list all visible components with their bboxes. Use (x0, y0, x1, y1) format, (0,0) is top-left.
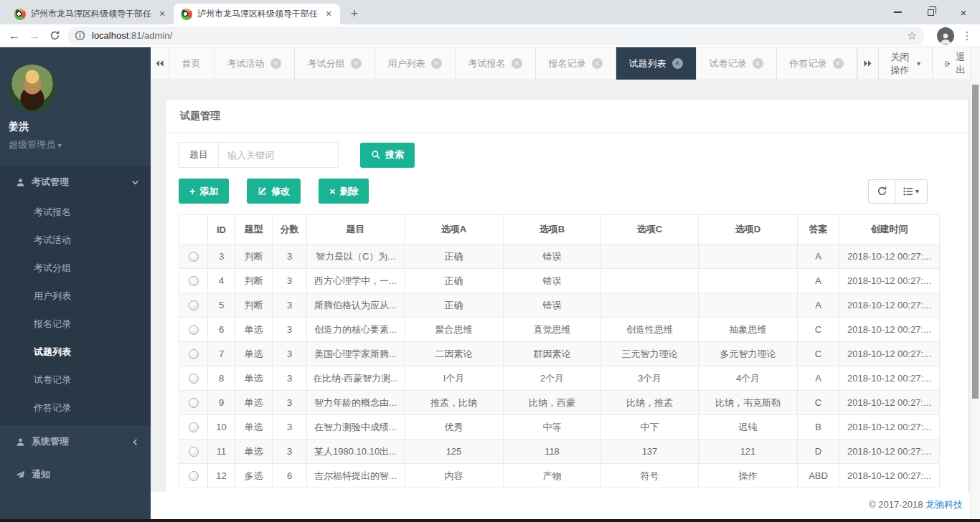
nav-tab-exam-signup[interactable]: 考试报名× (456, 47, 536, 80)
refresh-button[interactable] (868, 179, 895, 204)
table-cell: 3 (273, 269, 307, 293)
scrollbar-thumb[interactable] (972, 85, 979, 399)
forward-button[interactable]: → (24, 26, 44, 46)
sidebar-item-paper-records[interactable]: 试卷记录 (0, 366, 151, 394)
new-tab-button[interactable]: + (344, 4, 364, 24)
sidebar-item-signup-records[interactable]: 报名记录 (0, 310, 151, 338)
tab-close-icon[interactable]: × (156, 9, 168, 20)
sidebar-item-exam-group[interactable]: 考试分组 (0, 255, 151, 283)
close-window-button[interactable]: × (947, 0, 980, 24)
close-icon[interactable]: × (351, 58, 362, 69)
search-button[interactable]: 搜索 (360, 143, 415, 168)
table-cell: A (798, 269, 839, 293)
url-text[interactable]: localhost:81/admin/ (92, 30, 172, 41)
table-cell (601, 245, 699, 269)
table-cell: 斯腾伯格认为应从... (307, 293, 405, 318)
row-radio-button[interactable] (189, 300, 199, 310)
delete-button[interactable]: × 删除 (319, 179, 369, 204)
table-cell: 内容 (405, 464, 504, 488)
nav-tab-answer-records[interactable]: 作答记录× (777, 47, 857, 80)
company-link[interactable]: 龙驰科技 (925, 499, 963, 510)
row-radio-button[interactable] (189, 349, 199, 359)
search-input[interactable] (218, 142, 339, 168)
sidebar-item-exam-signup[interactable]: 考试报名 (0, 199, 151, 227)
sidebar-item-user-list[interactable]: 用户列表 (0, 283, 151, 310)
table-cell: 多元智力理论 (699, 342, 798, 366)
minimize-button[interactable] (881, 0, 914, 24)
add-button[interactable]: + 添加 (179, 179, 229, 204)
profile-icon[interactable] (937, 27, 954, 44)
close-icon[interactable]: × (431, 58, 442, 69)
close-icon[interactable]: × (672, 58, 683, 69)
user-avatar[interactable] (9, 65, 56, 112)
close-operations-dropdown[interactable]: 关闭操作▾ (878, 47, 932, 80)
edit-button[interactable]: 修改 (247, 179, 301, 204)
sidebar-item-question-list[interactable]: 试题列表 (0, 338, 151, 366)
sidebar-item-answer-records[interactable]: 作答记录 (0, 394, 151, 422)
table-cell: 3 (273, 318, 307, 342)
row-radio-button[interactable] (189, 447, 199, 457)
table-cell: 单选 (235, 440, 273, 464)
table-cell: 智力年龄的概念由... (307, 391, 405, 415)
table-cell: 三元智力理论 (601, 342, 699, 366)
reload-button[interactable] (44, 26, 65, 46)
row-radio-button[interactable] (189, 252, 199, 262)
sidebar-item-notifications[interactable]: 通知 (0, 458, 151, 491)
info-icon[interactable] (75, 30, 85, 41)
nav-tab-exam-activity[interactable]: 考试活动× (215, 47, 295, 80)
bookmark-star-icon[interactable]: ☆ (908, 29, 917, 42)
column-header: 创建时间 (839, 215, 940, 245)
sidebar-item-exam-management[interactable]: 考试管理 (0, 166, 151, 199)
nav-tab-home[interactable]: 首页 (169, 47, 215, 80)
row-radio-button[interactable] (189, 422, 199, 432)
row-radio-button[interactable] (189, 374, 199, 384)
close-icon[interactable]: × (512, 58, 522, 69)
table-cell: 聚合思维 (405, 318, 504, 342)
table-row: 8单选3在比纳-西蒙智力测...I个月2个月3个月4个月A2018-10-12 … (179, 366, 940, 391)
table-cell: 3 (273, 293, 307, 318)
browser-menu-icon[interactable]: ⋮ (960, 29, 974, 42)
tabs-scroll-left-button[interactable] (151, 47, 169, 80)
table-cell: 2018-10-12 00:27:... (839, 366, 940, 391)
row-radio-button[interactable] (189, 325, 199, 335)
row-radio-button[interactable] (189, 471, 199, 481)
row-radio-button[interactable] (189, 398, 199, 408)
user-role-dropdown[interactable]: 超级管理员 ▾ (9, 138, 138, 151)
nav-tab-user-list[interactable]: 用户列表× (375, 47, 456, 80)
address-bar[interactable]: localhost:81/admin/ ☆ (67, 27, 924, 45)
close-icon[interactable]: × (592, 58, 603, 69)
browser-tab[interactable]: 泸州市龙马潭区科级领导干部任× (174, 4, 340, 24)
table-row: 9单选3智力年龄的概念由...推孟，比纳比纳，西蒙比纳，推孟比纳，韦克斯勒C20… (179, 391, 940, 415)
tabs-scroll-right-button[interactable] (857, 47, 879, 80)
restore-button[interactable] (914, 0, 947, 24)
edit-icon (258, 186, 267, 196)
back-button[interactable]: ← (4, 26, 24, 46)
tab-close-icon[interactable]: × (323, 9, 334, 20)
table-cell: 121 (699, 440, 798, 464)
nav-tab-paper-records[interactable]: 试卷记录× (697, 47, 777, 80)
row-radio-button[interactable] (189, 276, 199, 286)
send-icon (16, 470, 25, 480)
table-cell: 单选 (235, 391, 273, 415)
sidebar-item-system-management[interactable]: 系统管理 (0, 425, 151, 458)
columns-dropdown-button[interactable]: ▾ (895, 179, 928, 204)
table-cell: 美国心理学家斯腾... (307, 342, 405, 366)
table-cell: 2018-10-12 00:27:... (839, 342, 940, 366)
sidebar-item-exam-activity[interactable]: 考试活动 (0, 227, 151, 255)
close-icon[interactable]: × (753, 58, 763, 69)
nav-tab-exam-group[interactable]: 考试分组× (295, 47, 375, 80)
browser-tab[interactable]: 泸州市龙马潭区科级领导干部任× (7, 4, 174, 24)
nav-tab-question-list[interactable]: 试题列表× (616, 47, 697, 80)
page-scrollbar[interactable] (970, 47, 980, 519)
nav-tab-signup-records[interactable]: 报名记录× (536, 47, 616, 80)
table-cell: 2018-10-12 00:27:... (839, 440, 940, 464)
table-row: 7单选3美国心理学家斯腾...二因素论群因素论三元智力理论多元智力理论C2018… (179, 342, 940, 366)
table-cell: A (798, 245, 839, 269)
sidebar-section-label: 系统管理 (32, 435, 69, 448)
table-row: 10单选3在智力测验中成绩...优秀中等中下迟钝B2018-10-12 00:2… (179, 415, 940, 440)
plus-icon: + (189, 186, 195, 196)
close-icon[interactable]: × (833, 58, 844, 69)
table-cell: 5 (208, 293, 235, 318)
column-header: 答案 (798, 215, 839, 245)
close-icon[interactable]: × (270, 58, 281, 69)
